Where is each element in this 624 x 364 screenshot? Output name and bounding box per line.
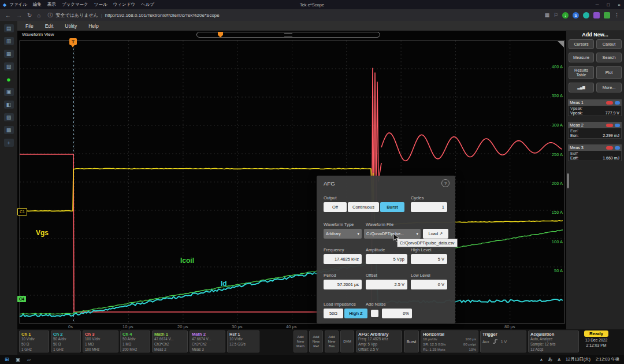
menu-tools-jp[interactable]: ツール xyxy=(94,2,107,8)
sidebar-icon-5[interactable]: ● xyxy=(4,75,14,83)
menu-window-jp[interactable]: ウィンドウ xyxy=(113,2,135,8)
callout-button[interactable]: Callout xyxy=(596,39,622,49)
frequency-field[interactable]: 17.4825 kHz xyxy=(324,254,362,264)
trigger-badge[interactable]: Trigger Aux 1 V xyxy=(480,330,526,352)
maximize-icon[interactable]: □ xyxy=(607,2,610,8)
more-button[interactable]: More... xyxy=(596,83,622,92)
taskbar-app-icon[interactable]: ▣ xyxy=(16,357,21,362)
account-icon[interactable]: S xyxy=(573,12,579,18)
waveform-file-dropdown[interactable]: C:/QorvoDPT/pulse... ▾ xyxy=(364,229,421,239)
minimap-grip[interactable] xyxy=(284,34,292,36)
menu-file-jp[interactable]: ファイル xyxy=(9,2,27,8)
add-new-ref-button[interactable]: Add New Ref xyxy=(309,330,323,352)
period-field[interactable]: 57.2001 μs xyxy=(324,280,362,289)
afg-dialog[interactable]: AFG ? Output Cycles Off Continuous Burst… xyxy=(317,176,455,324)
impedance-highz-button[interactable]: High Z xyxy=(344,309,367,318)
waveform-type-dropdown[interactable]: Arbitrary ▾ xyxy=(324,229,362,239)
meas-1-badge[interactable]: Meas 1 Vpeak' Vpeak: 777.9 V xyxy=(568,99,622,116)
back-icon[interactable]: ← xyxy=(5,12,11,18)
minimize-icon[interactable]: ─ xyxy=(596,2,599,8)
measure-button[interactable]: Measure xyxy=(569,53,594,62)
impedance-50ohm-button[interactable]: 50Ω xyxy=(324,309,343,318)
sidebar-icon-3[interactable]: ▦ xyxy=(4,50,14,58)
cursors-button[interactable]: Cursors xyxy=(569,39,594,49)
menu-view-jp[interactable]: 表示 xyxy=(47,2,56,8)
taskbar-date[interactable]: 12月13日(火) xyxy=(566,356,590,362)
minimap-trigger-marker[interactable] xyxy=(218,32,223,38)
search-button[interactable]: Search xyxy=(596,53,622,62)
menu-utility[interactable]: Utility xyxy=(65,23,77,29)
ref1-badge[interactable]: Ref 1 10 V/div 12.5 GS/s xyxy=(227,330,259,352)
horizontal-badge[interactable]: Horizontal 10 μs/div 100 μs SR: 12.5 GS/… xyxy=(421,330,478,352)
waveform-display[interactable]: Waveform View T Vgs Icoil Id C1 C4 0s10 … xyxy=(17,31,566,329)
afg-badge[interactable]: AFG: Arbitrary Freq: 17.4825 kHz Amp: 5 … xyxy=(356,330,402,352)
output-off-button[interactable]: Off xyxy=(324,202,347,212)
taskbar-time[interactable]: 2:12:03 午後 xyxy=(596,356,619,362)
ch2-badge[interactable]: Ch 2 50 A/div 50 Ω 1 GHz xyxy=(51,330,81,352)
start-button[interactable]: ⊞ xyxy=(5,356,9,362)
menu-file[interactable]: File xyxy=(25,23,34,29)
low-level-field[interactable]: 0 V xyxy=(411,280,447,289)
results-table-button[interactable]: Results Table xyxy=(569,66,594,79)
help-icon[interactable]: ? xyxy=(441,179,450,187)
apps-grid-icon[interactable]: ▦ xyxy=(544,12,549,18)
ime-mode-icon[interactable]: A xyxy=(558,357,560,362)
plot-button[interactable]: Plot xyxy=(596,66,622,79)
load-button[interactable]: Load ↗ xyxy=(423,229,448,239)
extension-green-icon[interactable] xyxy=(604,12,610,18)
sidebar-icon-7[interactable]: ◧ xyxy=(4,101,14,109)
add-noise-checkbox[interactable] xyxy=(371,310,378,317)
home-icon[interactable]: ⌂ xyxy=(37,12,40,18)
meas-3-badge[interactable]: Meas 3 Eoff' Eoff: 1.660 mJ xyxy=(568,144,622,161)
add-new-bus-button[interactable]: Add New Bus xyxy=(325,330,339,352)
menu-help-jp[interactable]: ヘルプ xyxy=(141,2,154,8)
panel-scrollbar[interactable] xyxy=(567,173,569,188)
sidebar-icon-1[interactable]: ▤ xyxy=(4,24,14,32)
sidebar-icon-4[interactable]: ▧ xyxy=(4,62,14,70)
menu-edit-jp[interactable]: 編集 xyxy=(33,2,42,8)
site-info-icon[interactable]: ⓘ xyxy=(47,12,53,19)
histogram-icon-button[interactable]: ▂▄▆ xyxy=(569,83,594,92)
tray-expand-icon[interactable]: ∧ xyxy=(540,357,543,362)
ch1-ground-marker[interactable]: C1 xyxy=(17,208,27,216)
sidebar-icon-8[interactable]: ▨ xyxy=(4,113,14,121)
menu-edit[interactable]: Edit xyxy=(45,23,54,29)
close-icon[interactable]: × xyxy=(618,2,621,8)
output-continuous-button[interactable]: Continuous xyxy=(348,202,379,212)
high-level-field[interactable]: 5 V xyxy=(411,254,447,264)
add-new-math-button[interactable]: Add New Math xyxy=(294,330,307,352)
trigger-flag[interactable]: T xyxy=(69,38,77,45)
ch3-badge[interactable]: Ch 3 100 V/div 1 MΩ 100 MHz xyxy=(83,330,118,352)
afg-burst-button[interactable]: Burst xyxy=(404,330,419,352)
math1-badge[interactable]: Math 1 47.6674 V... Ch3*Ch2 Meas 2 xyxy=(152,330,188,352)
dvm-button[interactable]: DVM xyxy=(340,330,354,352)
ch4-ground-marker[interactable]: C4 xyxy=(17,296,26,302)
offset-field[interactable]: 2.5 V xyxy=(366,280,407,289)
horizontal-minimap[interactable] xyxy=(196,32,380,38)
math2-badge[interactable]: Math 2 47.6674 V... Ch3*Ch2 Meas 3 xyxy=(190,330,225,352)
output-burst-button[interactable]: Burst xyxy=(380,202,404,212)
sidebar-icon-2[interactable]: ▥ xyxy=(4,37,14,45)
ch4-badge[interactable]: Ch 4 50 A/div 1 MΩ 200 MHz xyxy=(120,330,150,352)
meas-2-badge[interactable]: Meas 2 Eon' Eon: 2.299 mJ xyxy=(568,122,622,139)
sidebar-icon-10[interactable]: ＋ xyxy=(4,139,14,147)
reload-icon[interactable]: ↻ xyxy=(27,12,32,18)
download-icon[interactable]: ↓ xyxy=(562,12,569,18)
cycles-field[interactable]: 1 xyxy=(411,202,447,212)
sidebar-icon-6[interactable]: ▣ xyxy=(4,88,14,96)
acquisition-badge[interactable]: Acquisition Auto, Analyze Sample: 12 bit… xyxy=(528,330,579,352)
extension-teal-icon[interactable] xyxy=(583,12,589,18)
address-bar[interactable]: ⓘ 安全ではありません | http://192.168.0.101/Tektr… xyxy=(47,12,219,19)
url-text[interactable]: http://192.168.0.101/Tektronix#/client/c… xyxy=(105,13,220,18)
browser-menu-icon[interactable]: ⋮ xyxy=(614,12,619,18)
sidebar-icon-9[interactable]: ▩ xyxy=(4,126,14,134)
noise-percent-field[interactable]: 0% xyxy=(382,309,412,318)
forward-icon[interactable]: → xyxy=(16,12,22,18)
bookmark-flag-icon[interactable]: ⚐ xyxy=(554,12,558,18)
menu-help[interactable]: Help xyxy=(88,23,98,29)
ch1-badge[interactable]: Ch 1 10 V/div 50 Ω 1 GHz xyxy=(19,330,49,352)
amplitude-field[interactable]: 5 Vpp xyxy=(366,254,407,264)
extension-purple-icon[interactable] xyxy=(593,12,600,18)
taskbar-folder-icon[interactable]: ▱ xyxy=(27,357,31,362)
zoom-corner-handle[interactable] xyxy=(558,41,564,47)
